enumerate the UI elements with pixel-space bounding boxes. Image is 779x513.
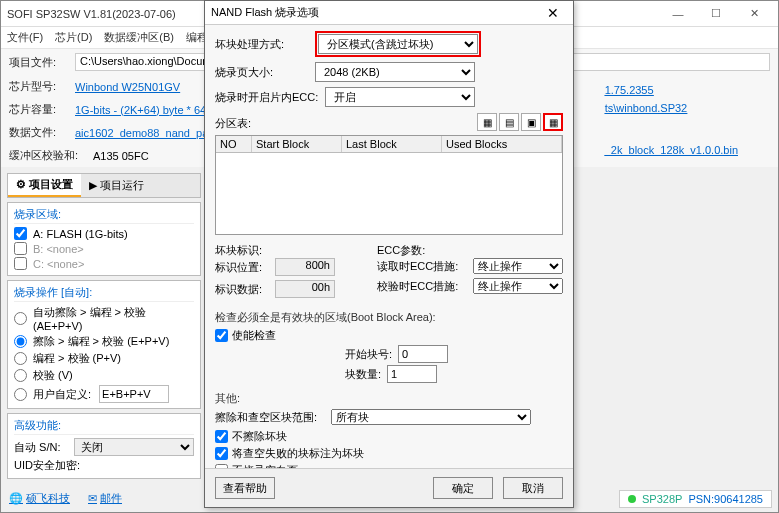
two-col: 坏块标识: 标识位置:800h 标识数据:00h ECC参数: 读取时ECC措施… — [215, 243, 563, 302]
th-startblock: Start Block — [252, 136, 342, 152]
globe-icon: 🌐 — [9, 492, 23, 505]
op-pv-label: 编程 > 校验 (P+V) — [33, 351, 121, 366]
area-a-label: A: FLASH (1G-bits) — [33, 228, 128, 240]
op-epv-label: 擦除 > 编程 > 校验 (E+P+V) — [33, 334, 169, 349]
radio-pv[interactable] — [14, 352, 27, 365]
link-company-label: 硕飞科技 — [26, 491, 70, 506]
link-mail-label: 邮件 — [100, 491, 122, 506]
partition-tool-3-icon[interactable]: ▣ — [521, 113, 541, 131]
statusbar: SP328P PSN:90641285 — [619, 490, 772, 508]
crc-value: A135 05FC — [93, 150, 149, 162]
partition-tool-2-icon[interactable]: ▤ — [499, 113, 519, 131]
badmark-pos-label: 标识位置: — [215, 260, 269, 275]
advanced-title: 高级功能: — [14, 418, 194, 435]
burn-ops-title: 烧录操作 [自动]: — [14, 285, 194, 302]
chk-enable-bootcheck[interactable] — [215, 329, 228, 342]
tab-project-run[interactable]: ▶ 项目运行 — [81, 174, 152, 197]
cancel-button[interactable]: 取消 — [503, 477, 563, 499]
startblock-input[interactable] — [398, 345, 448, 363]
blockcount-label: 块数量: — [345, 367, 381, 382]
other-title: 其他: — [215, 391, 563, 406]
section-bootarea: 检查必须全是有效块的区域(Boot Block Area): 使能检查 开始块号… — [215, 310, 563, 383]
mail-icon: ✉ — [88, 492, 97, 505]
startblock-label: 开始块号: — [345, 347, 392, 362]
link-mail[interactable]: ✉邮件 — [88, 491, 122, 506]
radio-aepv[interactable] — [14, 312, 27, 325]
partition-tool-1-icon[interactable]: ▦ — [477, 113, 497, 131]
radio-custom[interactable] — [14, 388, 27, 401]
row-pagesize: 烧录页大小: 2048 (2KB) — [215, 62, 563, 82]
tab-project-settings-label: 项目设置 — [29, 177, 73, 192]
eccparam-title: ECC参数: — [377, 243, 563, 258]
menu-buffer[interactable]: 数据缓冲区(B) — [104, 30, 174, 45]
bootarea-title: 检查必须全是有效块的区域(Boot Block Area): — [215, 310, 563, 325]
stray-version[interactable]: 1.75.2355 — [605, 81, 738, 99]
ok-button[interactable]: 确定 — [433, 477, 493, 499]
window-controls: — ☐ ✕ — [660, 3, 772, 25]
maximize-button[interactable]: ☐ — [698, 3, 734, 25]
badblock-label: 坏块处理方式: — [215, 37, 315, 52]
chip-capacity-label: 芯片容量: — [9, 102, 69, 117]
row-ecc: 烧录时开启片内ECC: 开启 — [215, 87, 563, 107]
chk-area-a[interactable] — [14, 227, 27, 240]
burn-area-title: 烧录区域: — [14, 207, 194, 224]
dialog-close-button[interactable]: ✕ — [539, 5, 567, 21]
section-other: 其他: 擦除和查空区块范围:所有块 不擦除坏块 将查空失败的块标注为坏块 不烧录… — [215, 391, 563, 468]
radio-epv[interactable] — [14, 335, 27, 348]
op-aepv-label: 自动擦除 > 编程 > 校验 (AE+P+V) — [33, 305, 194, 332]
tab-project-settings[interactable]: ⚙ 项目设置 — [8, 174, 81, 197]
erase-scope-select[interactable]: 所有块 — [331, 409, 531, 425]
area-c-label: C: <none> — [33, 258, 84, 270]
op-custom-label: 用户自定义: — [33, 387, 91, 402]
menu-chip[interactable]: 芯片(D) — [55, 30, 92, 45]
ecc-verify-select[interactable]: 终止操作 — [473, 278, 563, 294]
badblock-mode-select[interactable]: 分区模式(含跳过坏块) — [318, 34, 478, 54]
minimize-button[interactable]: — — [660, 3, 696, 25]
stray-file[interactable]: _2k_block_128k_v1.0.0.bin — [605, 141, 738, 159]
group-advanced: 高级功能: 自动 S/N: 关闭 UID安全加密: — [7, 413, 201, 479]
radio-v[interactable] — [14, 369, 27, 382]
chk-area-c[interactable] — [14, 257, 27, 270]
tabstrip: ⚙ 项目设置 ▶ 项目运行 — [7, 173, 201, 198]
badmark-data-label: 标识数据: — [215, 282, 269, 297]
erase-scope-label: 擦除和查空区块范围: — [215, 410, 325, 425]
chk-mark-failed-bad[interactable] — [215, 447, 228, 460]
ecc-label: 烧录时开启片内ECC: — [215, 90, 325, 105]
bottom-links: 🌐硕飞科技 ✉邮件 — [9, 491, 122, 506]
status-psn: PSN:90641285 — [688, 493, 763, 505]
th-lastblock: Last Block — [342, 136, 442, 152]
group-burn-area: 烧录区域: A: FLASH (1G-bits) B: <none> C: <n… — [7, 202, 201, 276]
group-burn-ops: 烧录操作 [自动]: 自动擦除 > 编程 > 校验 (AE+P+V) 擦除 > … — [7, 280, 201, 409]
crc-label: 缓冲区校验和: — [9, 148, 87, 163]
nand-options-dialog: NAND Flash 烧录选项 ✕ 坏块处理方式: 分区模式(含跳过坏块) 烧录… — [204, 0, 574, 508]
ecc-select[interactable]: 开启 — [325, 87, 475, 107]
auto-sn-select[interactable]: 关闭 — [74, 438, 194, 456]
badblock-highlight: 分区模式(含跳过坏块) — [315, 31, 481, 57]
chk-area-b[interactable] — [14, 242, 27, 255]
status-model: SP328P — [642, 493, 682, 505]
menu-file[interactable]: 文件(F) — [7, 30, 43, 45]
help-button[interactable]: 查看帮助 — [215, 477, 275, 499]
th-no: NO — [216, 136, 252, 152]
status-dot-icon — [628, 495, 636, 503]
area-b-label: B: <none> — [33, 243, 84, 255]
close-button[interactable]: ✕ — [736, 3, 772, 25]
pagesize-label: 烧录页大小: — [215, 65, 315, 80]
pagesize-select[interactable]: 2048 (2KB) — [315, 62, 475, 82]
partition-table[interactable]: NO Start Block Last Block Used Blocks — [215, 135, 563, 235]
custom-op-input[interactable] — [99, 385, 169, 403]
gear-icon: ⚙ — [16, 178, 26, 191]
partition-tool-4-icon[interactable]: ▦ — [543, 113, 563, 131]
project-file-label: 项目文件: — [9, 55, 69, 70]
tab-project-run-label: 项目运行 — [100, 178, 144, 193]
badmark-title: 坏块标识: — [215, 243, 357, 258]
dialog-buttons: 查看帮助 确定 取消 — [205, 468, 573, 507]
th-usedblocks: Used Blocks — [442, 136, 562, 152]
ecc-read-select[interactable]: 终止操作 — [473, 258, 563, 274]
stray-path[interactable]: ts\winbond.SP32 — [605, 99, 738, 117]
chk-no-erase-bad[interactable] — [215, 430, 228, 443]
dialog-title: NAND Flash 烧录选项 — [211, 5, 539, 20]
blockcount-input[interactable] — [387, 365, 437, 383]
left-panel: ⚙ 项目设置 ▶ 项目运行 烧录区域: A: FLASH (1G-bits) B… — [7, 173, 201, 479]
link-company[interactable]: 🌐硕飞科技 — [9, 491, 70, 506]
